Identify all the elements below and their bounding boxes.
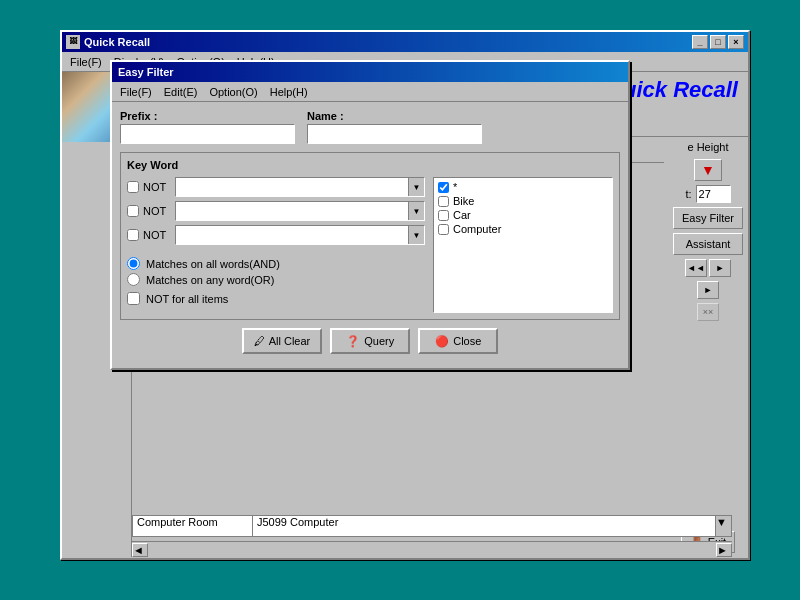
- kw-label-3: NOT: [143, 229, 171, 241]
- count-label: t:: [685, 188, 691, 200]
- dialog-menu-file[interactable]: File(F): [114, 84, 158, 100]
- all-clear-label: All Clear: [269, 335, 311, 347]
- list-item-car: Car: [436, 208, 610, 222]
- name-input[interactable]: [307, 124, 482, 144]
- prev-prev-button[interactable]: ◄◄: [685, 259, 707, 277]
- not-all-label: NOT for all items: [146, 293, 228, 305]
- keyword-content: NOT ▼ NOT ▼: [127, 177, 613, 313]
- list-item-star: *: [436, 180, 610, 194]
- easy-filter-button[interactable]: Easy Filter: [673, 207, 743, 229]
- nav-row-x: ××: [697, 303, 719, 321]
- keyword-section-label: Key Word: [127, 159, 613, 171]
- prev-button[interactable]: ►: [709, 259, 731, 277]
- maximize-button[interactable]: □: [710, 35, 726, 49]
- main-window-title: Quick Recall: [84, 36, 150, 48]
- all-clear-button[interactable]: 🖊 All Clear: [242, 328, 323, 354]
- prefix-name-row: Prefix : Name :: [120, 110, 620, 144]
- kw-input-1[interactable]: [176, 178, 408, 196]
- close-button[interactable]: ×: [728, 35, 744, 49]
- radio-or-row: Matches on any word(OR): [127, 273, 425, 286]
- easy-filter-dialog: Easy Filter File(F) Edit(E) Option(O) He…: [110, 60, 630, 370]
- next-button[interactable]: ►: [697, 281, 719, 299]
- count-input[interactable]: [696, 185, 731, 203]
- dialog-body: Prefix : Name : Key Word NOT: [112, 102, 628, 368]
- title-bar: 🖼 Quick Recall _ □ ×: [62, 32, 748, 52]
- dialog-title-bar: Easy Filter: [112, 62, 628, 82]
- list-label-car: Car: [453, 209, 471, 221]
- nav-row-bottom: ►: [697, 281, 719, 299]
- kw-dropdown-1[interactable]: ▼: [408, 178, 424, 196]
- kw-dropdown-2[interactable]: ▼: [408, 202, 424, 220]
- keyword-rows: NOT ▼ NOT ▼: [127, 177, 425, 313]
- list-label-bike: Bike: [453, 195, 474, 207]
- list-checkbox-car[interactable]: [438, 210, 449, 221]
- name-label: Name :: [307, 110, 482, 122]
- kw-dropdown-3[interactable]: ▼: [408, 226, 424, 244]
- scroll-left[interactable]: ◄: [132, 543, 148, 557]
- radio-options: Matches on all words(AND) Matches on any…: [127, 257, 425, 286]
- close-icon: 🔴: [435, 335, 449, 348]
- list-item-computer: Computer: [436, 222, 610, 236]
- keyword-list[interactable]: * Bike Car Computer: [433, 177, 613, 313]
- count-field: t:: [685, 185, 730, 203]
- keyword-section: Key Word NOT ▼: [120, 152, 620, 320]
- radio-or[interactable]: [127, 273, 140, 286]
- list-label-computer: Computer: [453, 223, 501, 235]
- query-icon: ❓: [346, 335, 360, 348]
- data-display-row: Computer Room J5099 Computer ▼: [132, 515, 732, 537]
- dialog-buttons: 🖊 All Clear ❓ Query 🔴 Close: [120, 328, 620, 360]
- data-col2: J5099 Computer: [253, 516, 715, 536]
- kw-checkbox-3[interactable]: [127, 229, 139, 241]
- h-scrollbar[interactable]: ◄ ►: [132, 541, 732, 557]
- scroll-right[interactable]: ►: [716, 543, 732, 557]
- xx-button[interactable]: ××: [697, 303, 719, 321]
- height-down-button[interactable]: ▼: [694, 159, 722, 181]
- dialog-menu: File(F) Edit(E) Option(O) Help(H): [112, 82, 628, 102]
- prefix-label: Prefix :: [120, 110, 295, 122]
- dialog-menu-help[interactable]: Help(H): [264, 84, 314, 100]
- nav-row-top: ◄◄ ►: [685, 259, 731, 277]
- down-arrow-icon: ▼: [701, 162, 715, 178]
- radio-and-label: Matches on all words(AND): [146, 258, 280, 270]
- dialog-menu-option[interactable]: Option(O): [203, 84, 263, 100]
- height-label-right: e Height: [688, 141, 729, 153]
- not-all-row: NOT for all items: [127, 292, 425, 305]
- kw-input-2[interactable]: [176, 202, 408, 220]
- keyword-row-1: NOT ▼: [127, 177, 425, 197]
- kw-combo-1: ▼: [175, 177, 425, 197]
- radio-or-label: Matches on any word(OR): [146, 274, 274, 286]
- not-all-checkbox[interactable]: [127, 292, 140, 305]
- keyword-row-3: NOT ▼: [127, 225, 425, 245]
- close-button[interactable]: 🔴 Close: [418, 328, 498, 354]
- kw-combo-3: ▼: [175, 225, 425, 245]
- menu-file[interactable]: File(F): [64, 54, 108, 70]
- query-label: Query: [364, 335, 394, 347]
- list-label-star: *: [453, 181, 457, 193]
- query-button[interactable]: ❓ Query: [330, 328, 410, 354]
- prefix-input[interactable]: [120, 124, 295, 144]
- radio-and[interactable]: [127, 257, 140, 270]
- col-dropdown[interactable]: ▼: [715, 516, 731, 536]
- app-icon: 🖼: [66, 35, 80, 49]
- kw-input-3[interactable]: [176, 226, 408, 244]
- kw-label-2: NOT: [143, 205, 171, 217]
- kw-label-1: NOT: [143, 181, 171, 193]
- content-right: e Height ▼ t: Easy Filter Assistant ◄◄ ►: [668, 137, 748, 557]
- kw-checkbox-2[interactable]: [127, 205, 139, 217]
- list-checkbox-star[interactable]: [438, 182, 449, 193]
- data-col1: Computer Room: [133, 516, 253, 536]
- dialog-title-text: Easy Filter: [118, 66, 174, 78]
- list-item-bike: Bike: [436, 194, 610, 208]
- minimize-button[interactable]: _: [692, 35, 708, 49]
- kw-checkbox-1[interactable]: [127, 181, 139, 193]
- list-checkbox-bike[interactable]: [438, 196, 449, 207]
- assistant-button[interactable]: Assistant: [673, 233, 743, 255]
- close-label: Close: [453, 335, 481, 347]
- kw-combo-2: ▼: [175, 201, 425, 221]
- dialog-menu-edit[interactable]: Edit(E): [158, 84, 204, 100]
- keyword-row-2: NOT ▼: [127, 201, 425, 221]
- clear-icon: 🖊: [254, 335, 265, 347]
- radio-and-row: Matches on all words(AND): [127, 257, 425, 270]
- list-checkbox-computer[interactable]: [438, 224, 449, 235]
- prefix-group: Prefix :: [120, 110, 295, 144]
